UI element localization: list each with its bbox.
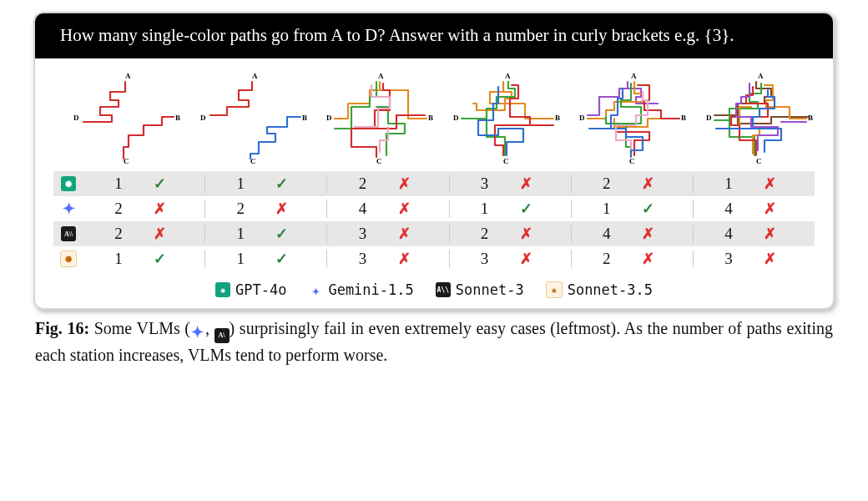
legend: ✺GPT-4o✦Gemini-1.5A\\Sonnet-3✺Sonnet-3.5 xyxy=(35,280,833,308)
anthropic-icon: A\ xyxy=(214,328,230,343)
result-cell: 1✓ xyxy=(204,175,326,193)
anthro-icon: A\\ xyxy=(436,282,451,297)
answer-value: 3 xyxy=(694,250,764,268)
s35-icon: ✺ xyxy=(546,281,563,298)
svg-text:B: B xyxy=(808,114,813,122)
svg-text:C: C xyxy=(503,157,509,165)
svg-text:C: C xyxy=(376,157,382,165)
result-cell: 1✓ xyxy=(204,250,326,268)
cross-icon: ✗ xyxy=(520,225,571,243)
result-cell: 2✗ xyxy=(326,175,448,193)
answer-value: 3 xyxy=(327,225,397,243)
answer-value: 2 xyxy=(327,175,397,193)
legend-item-openai: ✺GPT-4o xyxy=(215,281,286,298)
gemini-icon: ✦ xyxy=(190,326,205,341)
svg-text:B: B xyxy=(175,114,180,122)
svg-text:D: D xyxy=(326,114,332,122)
cross-icon: ✗ xyxy=(398,200,449,218)
answer-value: 2 xyxy=(572,250,642,268)
legend-item-gemini: ✦Gemini-1.5 xyxy=(308,281,413,298)
legend-label: Gemini-1.5 xyxy=(328,281,413,298)
result-cell: 2✗ xyxy=(571,250,693,268)
check-icon: ✓ xyxy=(520,200,571,218)
answer-value: 2 xyxy=(450,225,520,243)
svg-text:B: B xyxy=(428,114,433,122)
answer-value: 1 xyxy=(205,225,275,243)
check-icon: ✓ xyxy=(275,225,326,243)
legend-label: GPT-4o xyxy=(235,281,286,298)
result-cell: 3✗ xyxy=(326,225,448,243)
check-icon: ✓ xyxy=(275,250,326,268)
maze-4: A B C D xyxy=(448,70,565,166)
answer-value: 1 xyxy=(205,175,275,193)
cross-icon: ✗ xyxy=(398,250,449,268)
result-row-openai: ✺1✓1✓2✗3✗2✗1✗ xyxy=(53,171,815,196)
maze-row: A B C D A B C D A xyxy=(35,58,833,171)
question-prompt: How many single-color paths go from A to… xyxy=(35,13,833,58)
check-icon: ✓ xyxy=(275,175,326,193)
gemini-icon: ✦ xyxy=(61,201,76,216)
openai-icon: ✺ xyxy=(61,176,76,191)
legend-label: Sonnet-3 xyxy=(456,281,524,298)
cross-icon: ✗ xyxy=(520,175,571,193)
svg-text:D: D xyxy=(73,114,79,122)
svg-text:A: A xyxy=(758,72,764,80)
cross-icon: ✗ xyxy=(764,225,815,243)
cross-icon: ✗ xyxy=(398,225,449,243)
result-cell: 1✗ xyxy=(693,175,815,193)
result-cell: 3✗ xyxy=(326,250,448,268)
answer-value: 2 xyxy=(205,200,275,218)
result-cell: 4✗ xyxy=(693,200,815,218)
result-cell: 4✗ xyxy=(571,225,693,243)
svg-text:D: D xyxy=(579,114,585,122)
answer-value: 1 xyxy=(205,250,275,268)
cross-icon: ✗ xyxy=(642,225,693,243)
svg-text:A: A xyxy=(125,72,131,80)
result-cell: 3✗ xyxy=(693,250,815,268)
result-cell: 1✓ xyxy=(204,225,326,243)
cross-icon: ✗ xyxy=(154,225,204,243)
s35-icon: ✺ xyxy=(60,250,77,267)
cross-icon: ✗ xyxy=(642,250,693,268)
answer-value: 2 xyxy=(572,175,642,193)
figure-panel: How many single-color paths go from A to… xyxy=(33,12,835,310)
cross-icon: ✗ xyxy=(520,250,571,268)
answer-value: 1 xyxy=(83,250,154,268)
result-row-anthro: A\\2✗1✓3✗2✗4✗4✗ xyxy=(53,221,815,246)
answer-value: 1 xyxy=(694,175,764,193)
cross-icon: ✗ xyxy=(398,175,449,193)
caption-lead: Fig. 16: xyxy=(35,319,89,337)
answer-value: 3 xyxy=(327,250,397,268)
result-cell: 4✗ xyxy=(693,225,815,243)
svg-text:A: A xyxy=(631,72,637,80)
svg-text:A: A xyxy=(378,72,384,80)
answer-value: 4 xyxy=(327,200,397,218)
openai-icon: ✺ xyxy=(215,282,230,297)
svg-text:B: B xyxy=(302,114,307,122)
answer-value: 1 xyxy=(572,200,642,218)
answer-value: 1 xyxy=(450,200,520,218)
result-cell: 1✓ xyxy=(83,175,204,193)
gemini-icon: ✦ xyxy=(308,282,323,297)
result-cell: 1✓ xyxy=(449,200,571,218)
result-cell: 3✗ xyxy=(449,250,571,268)
svg-text:D: D xyxy=(706,114,712,122)
maze-3: A B C D xyxy=(321,70,438,166)
result-cell: 1✓ xyxy=(571,200,693,218)
answer-value: 1 xyxy=(83,175,154,193)
results-table: ✺1✓1✓2✗3✗2✗1✗✦2✗2✗4✗1✓1✓4✗A\\2✗1✓3✗2✗4✗4… xyxy=(35,171,833,280)
svg-text:B: B xyxy=(681,114,686,122)
anthro-icon: A\\ xyxy=(61,226,76,241)
svg-text:A: A xyxy=(505,72,511,80)
result-cell: 3✗ xyxy=(449,175,571,193)
svg-text:D: D xyxy=(200,114,206,122)
maze-2: A B C D xyxy=(195,70,312,166)
svg-text:C: C xyxy=(629,157,635,165)
answer-value: 2 xyxy=(83,225,154,243)
check-icon: ✓ xyxy=(154,250,204,268)
result-row-gemini: ✦2✗2✗4✗1✓1✓4✗ xyxy=(53,196,815,221)
figure-caption: Fig. 16: Some VLMs (✦, A\) surprisingly … xyxy=(0,316,868,367)
answer-value: 3 xyxy=(450,250,520,268)
result-cell: 2✗ xyxy=(571,175,693,193)
result-cell: 2✗ xyxy=(83,200,204,218)
